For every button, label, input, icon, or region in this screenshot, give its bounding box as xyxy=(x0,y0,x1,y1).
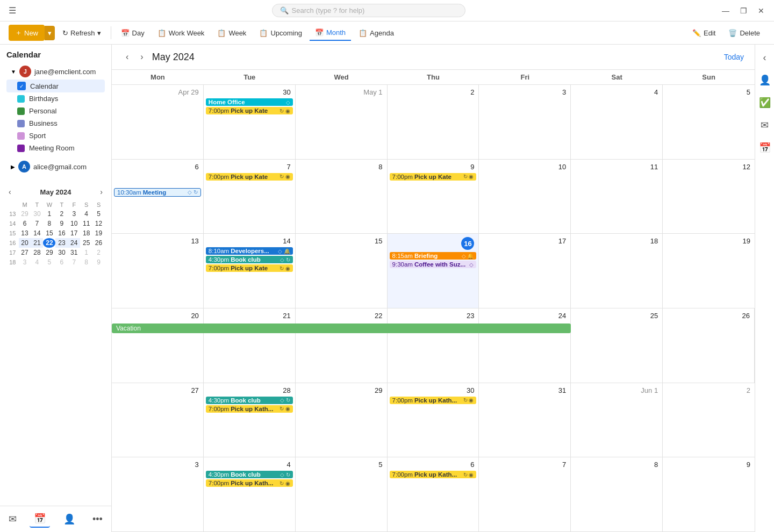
calendar-nav-button[interactable]: 📅 xyxy=(30,511,50,528)
close-button[interactable]: ✕ xyxy=(755,5,768,16)
minimize-button[interactable]: — xyxy=(719,5,733,16)
mini-day[interactable]: 6 xyxy=(19,219,31,228)
mini-day[interactable]: 28 xyxy=(31,248,43,257)
day-may1[interactable]: May 1 xyxy=(296,85,388,159)
day-may29[interactable]: 29 xyxy=(296,383,388,457)
mini-day[interactable]: 19 xyxy=(92,228,105,238)
mini-prev-button[interactable]: ‹ xyxy=(6,186,13,197)
day-may6[interactable]: 6 10:30am Meeting ◇ ↻ xyxy=(112,160,204,234)
view-upcoming-button[interactable]: 📋 Upcoming xyxy=(254,26,307,40)
delete-button[interactable]: 🗑️ Delete xyxy=(723,26,765,40)
mini-day[interactable]: 9 xyxy=(92,257,105,267)
day-jun7[interactable]: 7 xyxy=(479,457,571,531)
day-may30[interactable]: 30 7:00pm Pick up Kath... ↻ ◉ xyxy=(388,383,479,457)
sidebar-item-business[interactable]: Business xyxy=(6,117,105,130)
mini-day[interactable]: 15 xyxy=(43,228,55,238)
right-panel-mail-button[interactable]: ✉ xyxy=(757,116,772,134)
event-pickup-kate-1[interactable]: 7:00pm Pick up Kate ↻ ◉ xyxy=(206,107,293,114)
day-may12[interactable]: 12 xyxy=(663,160,755,234)
cal-prev-button[interactable]: ‹ xyxy=(123,50,132,64)
day-may24[interactable]: 24 xyxy=(479,308,571,383)
today-button[interactable]: Today xyxy=(724,53,744,61)
event-meeting[interactable]: 10:30am Meeting ◇ ↻ xyxy=(114,188,201,197)
day-may16[interactable]: 16 8:15am Briefing ◇ 🔔 9:30am Coffee wit… xyxy=(388,234,479,308)
event-coffee[interactable]: 9:30am Coffee with Suz... ◇ xyxy=(390,261,477,268)
day-may31[interactable]: 31 xyxy=(479,383,571,457)
mini-day[interactable]: 1 xyxy=(43,209,55,219)
day-may9[interactable]: 9 7:00pm Pick up Kate ↻ ◉ xyxy=(388,160,479,234)
mini-day[interactable]: 21 xyxy=(31,238,43,248)
mini-day[interactable]: 26 xyxy=(92,238,105,248)
event-pickup-kath-2[interactable]: 7:00pm Pick up Kath... ↻ ◉ xyxy=(390,397,477,404)
sidebar-item-meetingroom[interactable]: Meeting Room xyxy=(6,142,105,154)
day-may10[interactable]: 10 xyxy=(479,160,571,234)
day-may4[interactable]: 4 xyxy=(571,85,663,159)
mini-day[interactable]: 5 xyxy=(92,209,105,219)
right-panel-contacts-button[interactable]: 👤 xyxy=(756,71,774,89)
mini-day[interactable]: 8 xyxy=(80,257,92,267)
new-button[interactable]: ＋ New xyxy=(9,25,45,41)
mini-day-today[interactable]: 22 xyxy=(43,238,55,248)
mini-day[interactable]: 31 xyxy=(68,248,80,257)
mini-day[interactable]: 12 xyxy=(92,219,105,228)
sidebar-item-personal[interactable]: Personal xyxy=(6,105,105,117)
view-month-button[interactable]: 📅 Month xyxy=(310,25,351,41)
view-agenda-button[interactable]: 📋 Agenda xyxy=(353,26,399,40)
mini-day[interactable]: 2 xyxy=(55,209,68,219)
mini-day[interactable]: 18 xyxy=(80,228,92,238)
day-may13[interactable]: 13 xyxy=(112,234,204,308)
restore-button[interactable]: ❐ xyxy=(737,5,750,16)
event-pickup-kate-2[interactable]: 7:00pm Pick up Kate ↻ ◉ xyxy=(206,173,293,181)
day-may3[interactable]: 3 xyxy=(479,85,571,159)
account-jane[interactable]: ▼ J jane@emclient.com xyxy=(6,63,105,80)
mini-day[interactable]: 7 xyxy=(68,257,80,267)
event-book-club-3[interactable]: 4:30pm Book club ◇ ↻ xyxy=(206,471,293,478)
mini-day[interactable]: 29 xyxy=(43,248,55,257)
mini-day[interactable]: 7 xyxy=(31,219,43,228)
day-jun6[interactable]: 6 7:00pm Pick up Kath... ↻ ◉ xyxy=(388,457,479,531)
hamburger-button[interactable]: ☰ xyxy=(6,3,18,18)
day-jun4[interactable]: 4 4:30pm Book club ◇ ↻ 7:00pm Pick up Ka… xyxy=(204,457,296,531)
event-home-office[interactable]: Home Office ◇ xyxy=(206,98,293,106)
sidebar-item-sport[interactable]: Sport xyxy=(6,130,105,142)
day-may28[interactable]: 28 4:30pm Book club ◇ ↻ 7:00pm Pick up K… xyxy=(204,383,296,457)
day-may15[interactable]: 15 xyxy=(296,234,388,308)
mini-day[interactable]: 29 xyxy=(19,209,31,219)
day-may17[interactable]: 17 xyxy=(479,234,571,308)
event-pickup-kath-3[interactable]: 7:00pm Pick up Kath... ↻ ◉ xyxy=(206,479,293,487)
event-book-club-2[interactable]: 4:30pm Book club ◇ ↻ xyxy=(206,397,293,404)
day-apr30[interactable]: 30 Home Office ◇ 7:00pm Pick up Kate ↻ ◉ xyxy=(204,85,296,159)
event-pickup-kath-1[interactable]: 7:00pm Pick up Kath... ↻ ◉ xyxy=(206,405,293,413)
event-briefing[interactable]: 8:15am Briefing ◇ 🔔 xyxy=(390,252,477,260)
event-vacation[interactable]: Vacation xyxy=(112,323,571,333)
right-panel-cal-button[interactable]: 📅 xyxy=(756,139,774,157)
mini-day[interactable]: 24 xyxy=(68,238,80,248)
day-may7[interactable]: 7 7:00pm Pick up Kate ↻ ◉ xyxy=(204,160,296,234)
mini-day[interactable]: 11 xyxy=(80,219,92,228)
view-week-button[interactable]: 📋 Week xyxy=(212,26,252,40)
right-panel-tasks-button[interactable]: ✅ xyxy=(756,94,774,112)
mini-day[interactable]: 20 xyxy=(19,238,31,248)
mini-day[interactable]: 3 xyxy=(19,257,31,267)
mini-day[interactable]: 4 xyxy=(80,209,92,219)
mini-day[interactable]: 13 xyxy=(19,228,31,238)
view-day-button[interactable]: 📅 Day xyxy=(116,26,150,40)
mini-next-button[interactable]: › xyxy=(98,186,105,197)
day-may5[interactable]: 5 xyxy=(663,85,755,159)
day-may19[interactable]: 19 xyxy=(663,234,755,308)
day-may26[interactable]: 26 xyxy=(663,308,755,383)
day-may23[interactable]: 23 xyxy=(388,308,479,383)
day-may20[interactable]: 20 xyxy=(112,308,204,383)
event-pickup-kate-4[interactable]: 7:00pm Pick up Kate ↻ ◉ xyxy=(206,264,293,272)
more-nav-button[interactable]: ••• xyxy=(88,512,107,527)
refresh-button[interactable]: ↻ Refresh ▾ xyxy=(57,26,106,40)
mini-day[interactable]: 27 xyxy=(19,248,31,257)
day-may21[interactable]: 21 xyxy=(204,308,296,383)
cal-next-button[interactable]: › xyxy=(137,50,146,64)
view-workweek-button[interactable]: 📋 Work Week xyxy=(152,26,210,40)
day-may27[interactable]: 27 xyxy=(112,383,204,457)
mini-day[interactable]: 30 xyxy=(55,248,68,257)
day-jun5[interactable]: 5 xyxy=(296,457,388,531)
day-jun1[interactable]: Jun 1 xyxy=(571,383,663,457)
mini-day[interactable]: 8 xyxy=(43,219,55,228)
